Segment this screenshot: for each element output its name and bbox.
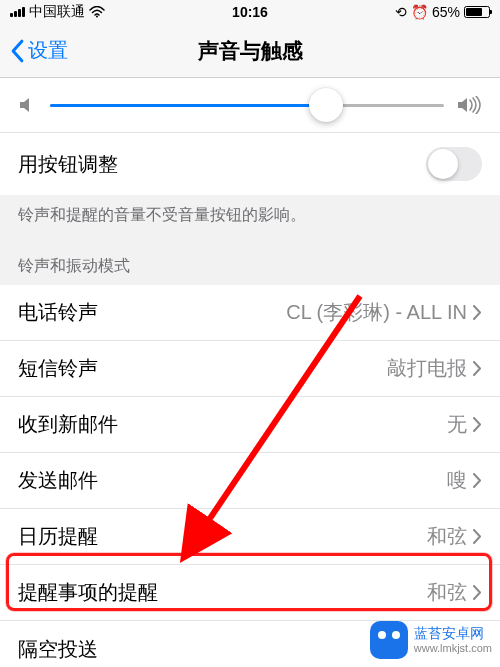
chevron-right-icon <box>473 585 482 600</box>
volume-slider-row <box>0 78 500 133</box>
row-label: 收到新邮件 <box>18 411 118 438</box>
row-ringtone-sms[interactable]: 短信铃声 敲打电报 <box>0 341 500 397</box>
chevron-right-icon <box>473 417 482 432</box>
row-reminder-alert[interactable]: 提醒事项的提醒 和弦 <box>0 565 500 621</box>
chevron-right-icon <box>473 361 482 376</box>
volume-low-icon <box>18 96 38 114</box>
status-right: ⟲ ⏰ 65% <box>395 4 490 20</box>
row-value: 和弦 <box>427 579 467 606</box>
volume-high-icon <box>456 96 482 114</box>
status-bar: 中国联通 10:16 ⟲ ⏰ 65% <box>0 0 500 24</box>
volume-section: 用按钮调整 <box>0 78 500 195</box>
row-value: 和弦 <box>427 523 467 550</box>
row-value: 无 <box>447 411 467 438</box>
volume-footer-note: 铃声和提醒的音量不受音量按钮的影响。 <box>0 195 500 242</box>
watermark-title: 蓝苔安卓网 <box>414 626 492 641</box>
row-value: CL (李彩琳) - ALL IN <box>286 299 467 326</box>
status-left: 中国联通 <box>10 3 105 21</box>
row-new-mail[interactable]: 收到新邮件 无 <box>0 397 500 453</box>
button-adjust-switch[interactable] <box>426 147 482 181</box>
watermark: 蓝苔安卓网 www.lmkjst.com <box>370 621 492 659</box>
row-label: 电话铃声 <box>18 299 98 326</box>
rotation-lock-icon: ⟲ <box>395 4 407 20</box>
alarm-icon: ⏰ <box>411 4 428 20</box>
back-button[interactable]: 设置 <box>10 37 68 64</box>
carrier-label: 中国联通 <box>29 3 85 21</box>
row-value: 敲打电报 <box>387 355 467 382</box>
status-time: 10:16 <box>232 4 268 20</box>
group-header: 铃声和振动模式 <box>0 242 500 285</box>
slider-knob[interactable] <box>309 88 343 122</box>
chevron-right-icon <box>473 473 482 488</box>
row-sent-mail[interactable]: 发送邮件 嗖 <box>0 453 500 509</box>
watermark-logo <box>370 621 408 659</box>
row-calendar-alert[interactable]: 日历提醒 和弦 <box>0 509 500 565</box>
row-ringtone-call[interactable]: 电话铃声 CL (李彩琳) - ALL IN <box>0 285 500 341</box>
back-label: 设置 <box>28 37 68 64</box>
row-label: 日历提醒 <box>18 523 98 550</box>
ringtone-list: 电话铃声 CL (李彩琳) - ALL IN 短信铃声 敲打电报 收到新邮件 无… <box>0 285 500 667</box>
row-value: 嗖 <box>447 467 467 494</box>
chevron-right-icon <box>473 529 482 544</box>
volume-slider[interactable] <box>50 104 444 107</box>
signal-icon <box>10 7 25 17</box>
battery-pct: 65% <box>432 4 460 20</box>
wifi-icon <box>89 6 105 18</box>
row-label: 短信铃声 <box>18 355 98 382</box>
battery-icon <box>464 6 490 18</box>
row-label: 隔空投送 <box>18 636 98 663</box>
chevron-left-icon <box>10 39 25 63</box>
chevron-right-icon <box>473 305 482 320</box>
svg-point-0 <box>96 16 98 18</box>
row-label: 发送邮件 <box>18 467 98 494</box>
nav-bar: 设置 声音与触感 <box>0 24 500 78</box>
button-adjust-row[interactable]: 用按钮调整 <box>0 133 500 195</box>
row-label: 提醒事项的提醒 <box>18 579 158 606</box>
page-title: 声音与触感 <box>198 37 303 65</box>
watermark-url: www.lmkjst.com <box>414 642 492 654</box>
button-adjust-label: 用按钮调整 <box>18 151 118 178</box>
